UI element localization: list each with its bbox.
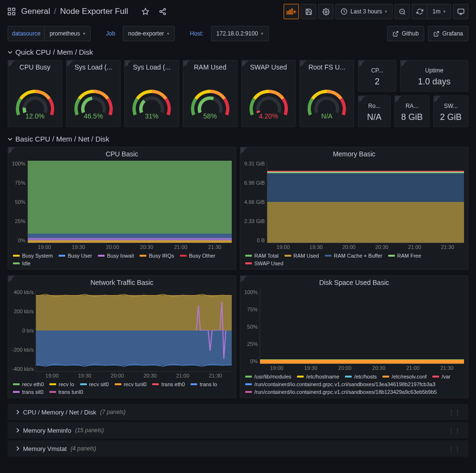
refresh-interval-picker[interactable]: 1m ▾ <box>427 4 451 19</box>
share-icon[interactable] <box>155 4 170 19</box>
svg-rect-1 <box>12 8 15 11</box>
legend-item[interactable]: /var <box>432 374 450 379</box>
kiosk-mode-button[interactable] <box>453 4 468 19</box>
var-datasource-select[interactable]: prometheus▾ <box>44 26 90 41</box>
svg-rect-2 <box>8 12 11 15</box>
legend-item[interactable]: /etc/hostname <box>297 374 339 379</box>
drag-handle-icon[interactable]: ⋮⋮ <box>448 445 461 452</box>
legend-item[interactable]: trans sit0 <box>13 389 44 395</box>
chevron-down-icon: ▾ <box>443 9 446 14</box>
info-icon[interactable]: i <box>10 61 11 67</box>
gauge-panel[interactable]: i Sys Load (... 31% <box>124 60 179 127</box>
dashboard-grid-icon[interactable] <box>8 8 15 15</box>
legend-item[interactable]: RAM Total <box>245 253 279 259</box>
breadcrumb-title[interactable]: Node Exporter Full <box>60 7 128 16</box>
drag-handle-icon[interactable]: ⋮⋮ <box>448 427 461 434</box>
save-button[interactable] <box>301 4 316 19</box>
link-github[interactable]: Github <box>387 26 424 41</box>
legend-item[interactable]: recv sit0 <box>80 381 109 387</box>
row-memory-vmstat[interactable]: Memory Vmstat (4 panels) ⋮⋮ <box>8 440 468 457</box>
stat-cpu-cores[interactable]: iCP...2 <box>358 60 396 92</box>
legend-item[interactable]: RAM Used <box>285 253 319 259</box>
gauge-title: Sys Load (... <box>125 60 178 72</box>
var-job-select[interactable]: node-exporter▾ <box>123 26 175 41</box>
gauge-panel[interactable]: i Sys Load (... 46.5% <box>66 60 121 127</box>
breadcrumb-parent[interactable]: General <box>21 7 50 16</box>
panel-disk-space-basic[interactable]: i Disk Space Used Basic 100%75%50%25%0% … <box>240 275 468 398</box>
svg-rect-3 <box>12 12 15 15</box>
stat-uptime[interactable]: iUptime1.0 days <box>400 60 468 92</box>
panel-memory-basic[interactable]: i Memory Basic 9.31 GiB6.98 GiB4.66 GiB2… <box>240 147 468 270</box>
gauge-title: Root FS U... <box>300 60 354 72</box>
legend-item[interactable]: recv eth0 <box>13 381 44 387</box>
legend-item[interactable]: trans tunl0 <box>49 389 83 395</box>
chevron-down-icon <box>8 50 12 55</box>
basic-panel-row-2: i Network Traffic Basic 400 kb/s200 kb/s… <box>0 273 476 402</box>
legend-item[interactable]: /run/containerd/io.containerd.grpc.v1.cr… <box>245 389 437 395</box>
stat-ram[interactable]: iRA...8 GiB <box>394 95 429 127</box>
info-icon[interactable]: i <box>242 148 243 154</box>
info-icon[interactable]: i <box>403 61 404 67</box>
stat-rootfs[interactable]: iRo...N/A <box>358 95 391 127</box>
var-host-select[interactable]: 172.18.0.2:9100▾ <box>211 26 269 41</box>
legend-item[interactable]: Busy Other <box>180 253 215 259</box>
gauge-title: SWAP Used <box>242 60 296 72</box>
refresh-button[interactable] <box>412 4 427 19</box>
star-icon[interactable] <box>138 4 153 19</box>
gauge-panel[interactable]: i SWAP Used 4.20% <box>241 60 296 127</box>
legend-item[interactable]: /etc/hosts <box>345 374 377 379</box>
panel-network-basic[interactable]: i Network Traffic Basic 400 kb/s200 kb/s… <box>8 275 236 398</box>
legend-item[interactable]: recv lo <box>49 381 74 387</box>
legend-item[interactable]: /usr/lib/modules <box>245 374 291 379</box>
svg-line-8 <box>162 12 164 13</box>
info-icon[interactable]: i <box>127 61 128 67</box>
gauge-value: 12.0% <box>25 112 45 120</box>
link-grafana[interactable]: Grafana <box>428 26 468 41</box>
gauge-panel[interactable]: i Root FS U... N/A <box>299 60 354 127</box>
zoom-out-button[interactable] <box>394 4 410 19</box>
legend-item[interactable]: recv tunl0 <box>115 381 147 387</box>
row-basic-header[interactable]: Basic CPU / Mem / Net / Disk <box>0 131 476 145</box>
info-icon[interactable]: i <box>360 61 361 67</box>
legend-item[interactable]: Busy IRQs <box>140 253 174 259</box>
info-icon[interactable]: i <box>69 61 70 67</box>
legend-item[interactable]: trans eth0 <box>152 381 185 387</box>
row-quick-header[interactable]: Quick CPU / Mem / Disk <box>0 44 476 58</box>
legend-item[interactable]: SWAP Used <box>245 260 284 266</box>
svg-line-9 <box>162 10 164 11</box>
settings-button[interactable] <box>318 4 333 19</box>
legend-item[interactable]: /run/containerd/io.containerd.grpc.v1.cr… <box>245 381 435 387</box>
info-icon[interactable]: i <box>436 97 437 102</box>
info-icon[interactable]: i <box>244 61 245 67</box>
variable-row: datasource prometheus▾ Job node-exporter… <box>0 23 476 44</box>
info-icon[interactable]: i <box>10 148 11 154</box>
var-datasource-label: datasource <box>8 26 44 41</box>
gauge-value: 4.20% <box>259 112 278 120</box>
gauge-panel[interactable]: i RAM Used 58% <box>183 60 238 127</box>
panel-cpu-basic[interactable]: i CPU Basic 100%75%50%25%0% 19:0019:3020… <box>8 147 236 270</box>
chevron-down-icon: ▾ <box>385 9 387 14</box>
info-icon[interactable]: i <box>10 277 11 282</box>
stat-swap[interactable]: iSW...2 GiB <box>433 95 468 127</box>
legend-item[interactable]: Busy Iowait <box>98 253 134 259</box>
legend-item[interactable]: Busy User <box>59 253 92 259</box>
info-icon[interactable]: i <box>242 277 243 282</box>
time-range-picker[interactable]: Last 3 hours ▾ <box>335 4 393 19</box>
info-icon[interactable]: i <box>302 61 303 67</box>
add-panel-button[interactable]: + <box>284 4 299 19</box>
info-icon[interactable]: i <box>360 97 361 102</box>
legend-item[interactable]: Idle <box>13 260 31 266</box>
legend-item[interactable]: Busy System <box>13 253 53 259</box>
gauge-panel[interactable]: i CPU Busy 12.0% <box>8 60 62 127</box>
legend-item[interactable]: RAM Free <box>388 253 421 259</box>
svg-point-6 <box>160 11 162 12</box>
info-icon[interactable]: i <box>185 61 186 67</box>
row-cpu-mem-net-disk[interactable]: CPU / Memory / Net / Disk (7 panels) ⋮⋮ <box>8 404 468 420</box>
row-memory-meminfo[interactable]: Memory Meminfo (15 panels) ⋮⋮ <box>8 422 468 438</box>
info-icon[interactable]: i <box>397 97 398 102</box>
legend-item[interactable]: /etc/resolv.conf <box>382 374 427 379</box>
legend-item[interactable]: trans lo <box>190 381 217 387</box>
gauge-title: RAM Used <box>183 60 237 72</box>
legend-item[interactable]: RAM Cache + Buffer <box>325 253 382 259</box>
drag-handle-icon[interactable]: ⋮⋮ <box>448 409 461 416</box>
